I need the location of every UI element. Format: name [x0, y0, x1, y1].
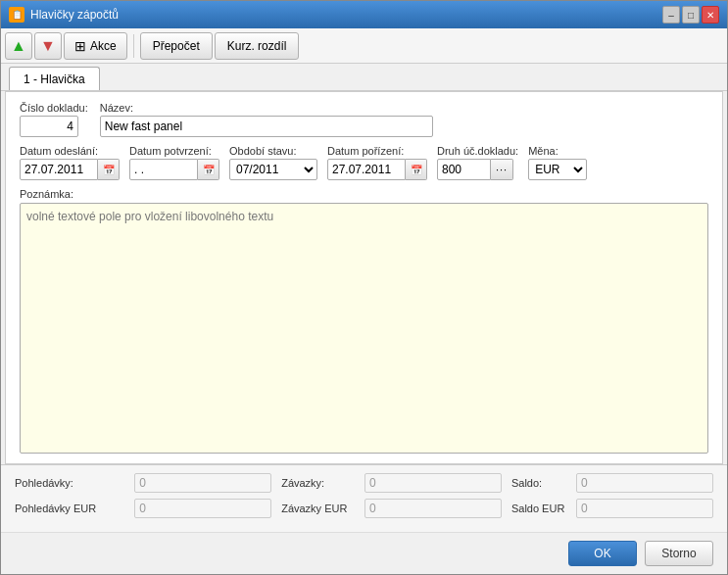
datum-potvrzeni-input-group: 📅	[129, 159, 219, 180]
nazev-group: Název:	[100, 102, 708, 137]
datum-odeslani-calendar-btn[interactable]: 📅	[98, 159, 120, 180]
kurz-rozdil-button[interactable]: Kurz. rozdíl	[215, 32, 300, 60]
obdobi-stavu-select[interactable]: 07/2011	[229, 159, 317, 180]
saldo-input	[576, 473, 713, 493]
main-content: Číslo dokladu: Název: Datum odeslání: 📅	[5, 91, 723, 464]
datum-porizeni-label: Datum pořízení:	[327, 145, 427, 157]
datum-porizeni-input[interactable]	[327, 159, 406, 180]
cislo-dokladu-group: Číslo dokladu:	[20, 102, 88, 137]
form-row-1: Číslo dokladu: Název:	[20, 102, 708, 137]
tab-hlavicka-label: 1 - Hlavička	[24, 72, 85, 86]
poznamka-group: Poznámka:	[20, 188, 708, 454]
maximize-button[interactable]: □	[682, 6, 700, 24]
down-icon: ▼	[40, 37, 56, 55]
druh-uc-dokladu-label: Druh úč.dokladu:	[437, 145, 518, 157]
druh-uc-dokladu-group: Druh úč.dokladu: ···	[437, 145, 518, 180]
toolbar: ▲ ▼ ⊞ Akce Přepočet Kurz. rozdíl	[1, 28, 727, 64]
bottom-row-2: Pohledávky EUR Závazky EUR Saldo EUR	[15, 499, 713, 518]
calendar-icon-3: 📅	[411, 165, 422, 175]
ok-button[interactable]: OK	[568, 541, 637, 566]
datum-potvrzeni-calendar-btn[interactable]: 📅	[198, 159, 219, 180]
datum-porizeni-group: Datum pořízení: 📅	[327, 145, 427, 180]
main-window: 📋 Hlavičky zápočtů – □ ✕ ▲ ▼ ⊞ Akce Přep…	[0, 0, 728, 575]
zavazky-label: Závazky:	[281, 477, 355, 489]
down-button[interactable]: ▼	[34, 32, 62, 60]
druh-uc-dokladu-input-group: ···	[437, 159, 518, 180]
datum-odeslani-group: Datum odeslání: 📅	[20, 145, 120, 180]
druh-uc-dokladu-dots-btn[interactable]: ···	[491, 159, 513, 180]
datum-potvrzeni-group: Datum potvrzení: 📅	[129, 145, 219, 180]
zavazky-eur-input	[364, 499, 502, 518]
calendar-icon: 📅	[103, 165, 115, 175]
title-bar-buttons: – □ ✕	[662, 6, 719, 24]
mena-select[interactable]: EUR	[528, 159, 587, 180]
title-bar: 📋 Hlavičky zápočtů – □ ✕	[1, 1, 727, 28]
button-row: OK Storno	[1, 532, 727, 574]
obdobi-stavu-label: Období stavu:	[229, 145, 317, 157]
nazev-label: Název:	[100, 102, 708, 114]
mena-group: Měna: EUR	[528, 145, 587, 180]
pohledavky-eur-input	[134, 499, 271, 518]
akce-label: Akce	[90, 39, 117, 53]
storno-button[interactable]: Storno	[645, 541, 713, 566]
saldo-eur-label: Saldo EUR	[511, 503, 566, 514]
cislo-dokladu-label: Číslo dokladu:	[20, 102, 88, 114]
datum-odeslani-label: Datum odeslání:	[20, 145, 120, 157]
datum-porizeni-calendar-btn[interactable]: 📅	[406, 159, 427, 180]
zavazky-eur-label: Závazky EUR	[281, 503, 355, 514]
form-row-2: Datum odeslání: 📅 Datum potvrzení: 📅	[20, 145, 708, 180]
datum-odeslani-input[interactable]	[20, 159, 98, 180]
up-icon: ▲	[11, 37, 26, 55]
datum-odeslani-input-group: 📅	[20, 159, 120, 180]
pohledavky-label: Pohledávky:	[15, 477, 124, 489]
poznamka-label: Poznámka:	[20, 188, 708, 200]
saldo-label: Saldo:	[511, 477, 566, 489]
datum-potvrzeni-input[interactable]	[129, 159, 198, 180]
tabs-bar: 1 - Hlavička	[1, 64, 727, 91]
pohledavky-input	[134, 473, 271, 493]
close-button[interactable]: ✕	[702, 6, 719, 24]
mena-label: Měna:	[528, 145, 587, 157]
bottom-section: Pohledávky: Závazky: Saldo: Pohledávky E…	[1, 464, 727, 532]
window-title: Hlavičky zápočtů	[30, 8, 662, 22]
toolbar-separator-1	[133, 34, 134, 58]
saldo-eur-input	[576, 499, 713, 518]
nazev-input[interactable]	[100, 116, 433, 137]
minimize-button[interactable]: –	[662, 6, 680, 24]
poznamka-textarea[interactable]	[20, 203, 708, 454]
up-button[interactable]: ▲	[5, 32, 32, 60]
druh-uc-dokladu-input[interactable]	[437, 159, 491, 180]
cislo-dokladu-input[interactable]	[20, 116, 78, 137]
akce-button[interactable]: ⊞ Akce	[64, 32, 127, 60]
prepocet-label: Přepočet	[153, 39, 200, 53]
akce-icon: ⊞	[74, 38, 86, 54]
calendar-icon-2: 📅	[203, 165, 215, 175]
zavazky-input	[364, 473, 502, 493]
datum-potvrzeni-label: Datum potvrzení:	[129, 145, 219, 157]
kurz-rozdil-label: Kurz. rozdíl	[227, 39, 287, 53]
prepocet-button[interactable]: Přepočet	[140, 32, 213, 60]
datum-porizeni-input-group: 📅	[327, 159, 427, 180]
bottom-row-1: Pohledávky: Závazky: Saldo:	[15, 473, 713, 493]
pohledavky-eur-label: Pohledávky EUR	[15, 503, 124, 514]
obdobi-stavu-group: Období stavu: 07/2011	[229, 145, 317, 180]
tab-hlavicka[interactable]: 1 - Hlavička	[9, 67, 100, 90]
window-icon: 📋	[9, 7, 24, 23]
